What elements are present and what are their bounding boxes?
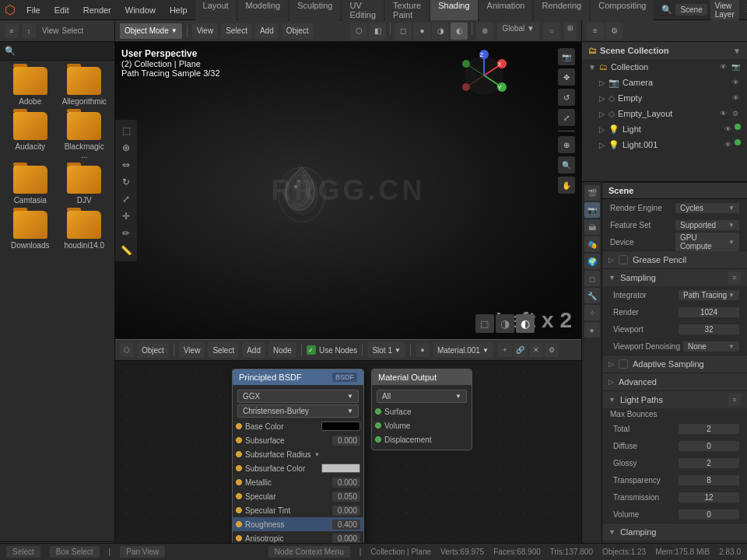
camera-view-icon[interactable]: 📷	[558, 48, 575, 65]
object-mode-dropdown[interactable]: Object Mode ▼	[120, 23, 182, 39]
volume-value[interactable]: 0	[679, 509, 739, 520]
collection-filter-icon[interactable]: ▼	[733, 47, 741, 55]
box-select-btn[interactable]: Box Select	[50, 546, 100, 558]
tab-layout[interactable]: Layout	[195, 0, 237, 21]
total-value[interactable]: 2	[679, 424, 739, 434]
move-tool-icon[interactable]: ⇔	[118, 157, 134, 173]
camera-eye-icon[interactable]: 👁	[730, 77, 741, 88]
mat-volume-row[interactable]: Volume	[372, 418, 472, 432]
collection-camera-icon[interactable]: 📷	[730, 61, 741, 72]
tab-animation[interactable]: Animation	[479, 0, 533, 21]
device-dropdown[interactable]: GPU Compute ▼	[675, 233, 739, 251]
world-tab[interactable]: 🌍	[584, 254, 600, 269]
mat-displacement-row[interactable]: Displacement	[372, 432, 472, 446]
bsdf-subsurface-radius-row[interactable]: Subsurface Radius ▼	[233, 447, 363, 461]
light001-tree-item[interactable]: ▷ 💡 Light.001 👁	[582, 137, 747, 152]
feature-set-dropdown[interactable]: Supported ▼	[675, 220, 739, 230]
bsdf-roughness-row[interactable]: Roughness 0.400	[233, 517, 363, 531]
sampling-header[interactable]: ▼ Sampling ≡	[602, 269, 747, 286]
light-eye-icon[interactable]: 👁	[722, 124, 733, 135]
folder-camtasia[interactable]: Camtasia	[6, 166, 54, 205]
object-menu[interactable]: Object	[282, 23, 314, 39]
material-new-icon[interactable]: +	[498, 343, 512, 357]
measure-icon[interactable]: 📏	[118, 243, 134, 258]
select-mode-btn[interactable]: Select	[6, 546, 40, 558]
use-nodes-toggle[interactable]: ✓ Use Nodes	[307, 345, 357, 355]
select-icon[interactable]: ⬚	[118, 123, 134, 138]
node-view-menu[interactable]: View	[179, 342, 205, 358]
bsdf-dist-dropdown[interactable]: Christensen-Burley ▼	[237, 404, 359, 418]
menu-window[interactable]: Window	[119, 4, 162, 16]
clamping-header[interactable]: ▼ Clamping	[602, 523, 747, 541]
render-prop-tab[interactable]: 🎬	[584, 185, 600, 201]
scale-tool-icon[interactable]: ⤢	[118, 191, 134, 207]
transparency-value[interactable]: 8	[679, 475, 739, 485]
scale-icon[interactable]: ⤢	[558, 109, 575, 126]
obj-tab[interactable]: ◻	[584, 271, 600, 286]
bsdf-base-color-row[interactable]: Base Color	[233, 419, 363, 433]
node-editor-toggle[interactable]: ⬡	[120, 343, 134, 357]
render-engine-dropdown[interactable]: Cycles ▼	[675, 203, 739, 213]
add-menu[interactable]: Add	[255, 23, 279, 39]
tab-compositing[interactable]: Compositing	[591, 0, 654, 21]
empty-eye-icon[interactable]: 👁	[730, 93, 741, 103]
material-settings-icon[interactable]: ⚙	[545, 343, 559, 357]
material-icon[interactable]: ◑	[432, 23, 449, 40]
global-transform[interactable]: Global ▼	[497, 23, 539, 40]
scene-tab[interactable]: 🎭	[584, 236, 600, 252]
camera-tree-item[interactable]: ▷ 📷 Camera 👁	[582, 75, 747, 90]
subsurface-value[interactable]: 0.000	[332, 436, 360, 446]
viewport-samples-value[interactable]: 32	[679, 324, 739, 334]
tab-uv-editing[interactable]: UV Editing	[342, 0, 384, 21]
anisotropic-value[interactable]: 0.000	[332, 534, 360, 544]
sphere-preview-icon[interactable]: ●	[416, 343, 430, 357]
material-output-node[interactable]: Material Output All ▼ Surface	[371, 369, 472, 450]
bsdf-subsurface-row[interactable]: Subsurface 0.000	[233, 433, 363, 447]
light-tree-item[interactable]: ▷ 💡 Light 👁	[582, 121, 747, 137]
bsdf-metallic-row[interactable]: Metallic 0.000	[233, 475, 363, 489]
menu-edit[interactable]: Edit	[48, 4, 75, 16]
material-selector[interactable]: Material.001 ▼	[433, 342, 493, 358]
glossy-value[interactable]: 2	[679, 458, 739, 468]
material-all-dropdown[interactable]: All ▼	[377, 390, 467, 403]
diffuse-value[interactable]: 0	[679, 441, 739, 451]
use-nodes-checkbox[interactable]: ✓	[307, 345, 316, 355]
sidebar-search-input[interactable]	[19, 47, 126, 56]
pan-view-btn[interactable]: Pan View	[120, 546, 165, 558]
bsdf-ggx-dropdown[interactable]: GGX ▼	[237, 390, 359, 403]
empty-tree-item[interactable]: ▷ ◇ Empty 👁	[582, 90, 747, 106]
empty-layout-tree-item[interactable]: ▷ ◇ Empty_Layout 👁 ⚙	[582, 106, 747, 121]
folder-downloads[interactable]: Downloads	[6, 211, 54, 250]
vp-denoising-dropdown[interactable]: None ▼	[683, 341, 739, 352]
tab-sculpting[interactable]: Sculpting	[289, 0, 340, 21]
node-select-menu[interactable]: Select	[208, 342, 239, 358]
select-menu[interactable]: Select	[221, 23, 252, 39]
light001-eye-icon[interactable]: 👁	[722, 139, 733, 150]
advanced-header[interactable]: ▷ Advanced	[602, 373, 747, 390]
proportional-edit-icon[interactable]: ○	[543, 23, 560, 40]
menu-file[interactable]: File	[20, 4, 47, 16]
annotate-icon[interactable]: ✏	[118, 226, 134, 241]
adaptive-sampling-header[interactable]: ▷ Adaptive Sampling	[602, 355, 747, 373]
render-icon[interactable]: ◐	[451, 23, 468, 40]
view-layer-selector[interactable]: View Layer	[710, 0, 739, 20]
render-samples-value[interactable]: 1024	[679, 307, 739, 317]
cursor-place-icon[interactable]: ⊕	[118, 140, 134, 156]
node-node-menu[interactable]: Node	[268, 342, 296, 358]
xray-icon[interactable]: ◧	[369, 23, 386, 40]
wireframe-icon[interactable]: ◻	[395, 23, 412, 40]
slot-selector[interactable]: Slot 1 ▼	[367, 342, 405, 358]
search-scene-icon[interactable]: 🔍	[661, 5, 672, 15]
sampling-menu-icon[interactable]: ≡	[728, 271, 741, 284]
view-layer-tab[interactable]: 🏔	[584, 219, 600, 235]
viewport-gizmo[interactable]: X Y Z	[457, 48, 511, 103]
subsurface-color-swatch[interactable]	[321, 464, 360, 473]
sidebar-select-icon[interactable]: ↕	[22, 24, 36, 38]
output-prop-tab[interactable]: 📷	[584, 202, 600, 218]
tab-shading[interactable]: Shading	[430, 0, 477, 21]
specular-value[interactable]: 0.050	[332, 492, 360, 502]
material-delete-icon[interactable]: ✕	[529, 343, 543, 357]
folder-audacity[interactable]: Audacity	[6, 112, 54, 159]
material-link-icon[interactable]: 🔗	[514, 343, 528, 357]
node-add-menu[interactable]: Add	[242, 342, 265, 358]
